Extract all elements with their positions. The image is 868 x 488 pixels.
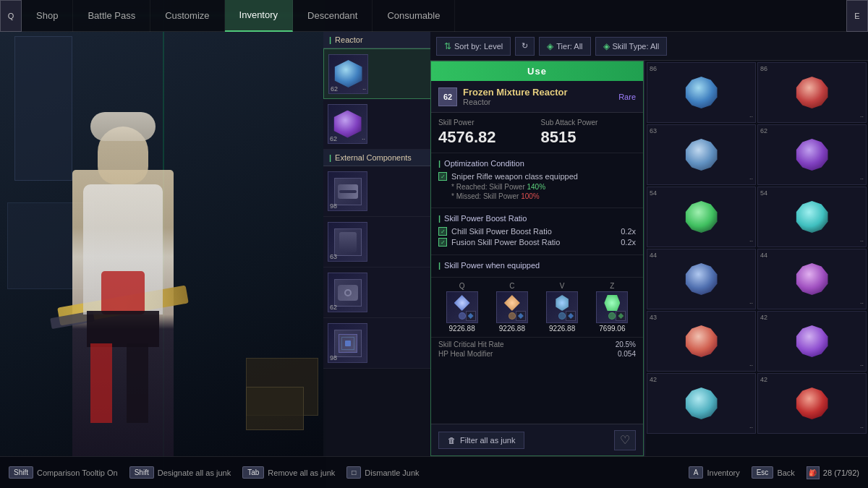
- favorite-button[interactable]: ♡: [614, 430, 636, 450]
- condition-row: Sniper Rifle weapon class equipped: [438, 172, 636, 181]
- extra-stat-1: Skill Critical Hit Rate 20.5%: [438, 341, 636, 348]
- external-item-4[interactable]: 98: [323, 318, 431, 369]
- condition-checkbox: [438, 172, 447, 181]
- skill-slot-z: Z 7699.06: [589, 282, 636, 333]
- skill-value-v: 9226.88: [549, 325, 575, 333]
- item-level-badge: 62: [438, 87, 457, 106]
- item-rarity: Rare: [618, 93, 636, 101]
- optimization-section: Optimization Condition Sniper Rifle weap…: [431, 153, 643, 208]
- nav-item-descendant[interactable]: Descendant: [293, 0, 373, 32]
- shortcut-label-designate: Designate all as junk: [158, 468, 231, 477]
- nav-item-customize[interactable]: Customize: [150, 0, 224, 32]
- nav-shortcut-right[interactable]: E: [846, 0, 868, 32]
- right-item-10[interactable]: 42 ··: [757, 311, 867, 372]
- skill-key-c: C: [509, 282, 514, 290]
- refresh-icon: ↻: [522, 41, 528, 51]
- shortcut-key-tab: Tab: [242, 466, 264, 479]
- external-item-1[interactable]: 98: [323, 166, 431, 217]
- heart-icon: ♡: [620, 433, 630, 447]
- external-item-3[interactable]: 62: [323, 267, 431, 318]
- skill-icon-c: [496, 291, 528, 323]
- sort-label: Sort by: Level: [454, 42, 503, 51]
- right-item-7[interactable]: 44 ··: [647, 249, 756, 309]
- right-item-5[interactable]: 54 ··: [647, 187, 756, 247]
- skill-sub-icon-z: [616, 311, 626, 321]
- external-icon-2: 63: [328, 222, 367, 262]
- inventory-left-panel: Reactor 62 ·· 62 ·· External Components …: [323, 32, 432, 456]
- skill-value-q: 9226.88: [449, 325, 475, 333]
- shortcut-key-esc: Esc: [752, 466, 774, 479]
- skill-value-c: 9226.88: [499, 325, 525, 333]
- shortcut-back: Esc Back: [752, 466, 795, 479]
- filter-junk-button[interactable]: 🗑 Filter all as junk: [438, 432, 524, 449]
- grip-icon: [334, 228, 362, 256]
- extra-stats-section: Skill Critical Hit Rate 20.5% HP Heal Mo…: [431, 337, 643, 364]
- tier-button[interactable]: ◈ Tier: All: [539, 37, 590, 56]
- boost-checkbox-1: [438, 227, 447, 236]
- shortcut-designate: Shift Designate all as junk: [129, 466, 231, 479]
- external-icon-4: 98: [328, 323, 367, 363]
- skill-type-label: Skill Type: All: [613, 42, 660, 51]
- skill-power-stat: Skill Power 4576.82: [438, 119, 534, 147]
- battery-icon: [334, 330, 362, 357]
- extra-stat-2: HP Heal Modifier 0.054: [438, 350, 636, 358]
- nav-shortcut-left[interactable]: Q: [0, 0, 22, 32]
- bottom-bar: Shift Comparison Tooltip On Shift Design…: [0, 456, 868, 488]
- sort-icon: ⇅: [444, 41, 451, 51]
- shortcut-label-remove: Remove all as junk: [268, 468, 335, 477]
- shortcut-key-shift-2: Shift: [129, 466, 154, 479]
- right-item-3[interactable]: 63 ··: [647, 124, 756, 185]
- right-item-8[interactable]: 44 ··: [757, 249, 867, 309]
- reached-label: * Reached: Skill Power 140%: [451, 183, 636, 191]
- right-item-12[interactable]: 42 ··: [757, 373, 867, 434]
- right-item-4[interactable]: 62 ··: [757, 124, 867, 185]
- sub-attack-stat: Sub Attack Power 8515: [541, 119, 637, 147]
- right-item-9[interactable]: 43 ··: [647, 311, 756, 372]
- sort-button[interactable]: ⇅ Sort by: Level: [436, 37, 511, 56]
- external-item-2[interactable]: 63: [323, 217, 431, 267]
- nav-item-consumable[interactable]: Consumable: [373, 0, 455, 32]
- right-item-2[interactable]: 86 ··: [757, 62, 867, 123]
- shortcut-label-inventory: Inventory: [707, 468, 739, 477]
- item-name: Frozen Mixture Reactor: [463, 87, 567, 98]
- shortcut-remove: Tab Remove all as junk: [242, 466, 335, 479]
- reactor-item-2[interactable]: 62 ··: [323, 99, 431, 150]
- nav-item-inventory[interactable]: Inventory: [225, 0, 293, 32]
- use-button[interactable]: Use: [431, 61, 643, 81]
- inventory-count: 🎒 28 (71/92): [807, 466, 859, 479]
- inventory-count-value: 28 (71/92): [823, 468, 859, 477]
- missed-value: 100%: [521, 192, 540, 200]
- skill-sub-icon-c: [516, 311, 526, 321]
- right-grid-panel: 86 ·· 86 ·· 63 ·· 62 ·· 54 ··: [645, 61, 868, 456]
- sub-attack-value: 8515: [541, 128, 637, 147]
- reactor-item-1[interactable]: 62 ··: [323, 48, 431, 99]
- reactor-item-2-icon: 62 ··: [328, 104, 367, 144]
- shortcut-label-back: Back: [777, 468, 794, 477]
- tier-label: Tier: All: [556, 42, 582, 51]
- nav-item-shop[interactable]: Shop: [22, 0, 73, 32]
- item-header: 62 Frozen Mixture Reactor Reactor Rare: [431, 81, 643, 113]
- skill-grid: Q 9226.88 C: [431, 278, 643, 337]
- shortcut-key-a: A: [689, 466, 704, 479]
- equipped-section: Skill Power when equipped: [431, 255, 643, 278]
- right-item-6[interactable]: 54 ··: [757, 187, 867, 247]
- skill-type-icon: ◈: [603, 41, 610, 51]
- boost-label-1: Chill Skill Power Boost Ratio: [451, 227, 552, 236]
- nav-item-battlepass[interactable]: Battle Pass: [73, 0, 150, 32]
- reactor-section-header: Reactor: [323, 32, 431, 48]
- right-item-11[interactable]: 42 ··: [647, 373, 756, 434]
- gem-blue: [335, 60, 362, 87]
- item-info: Frozen Mixture Reactor Reactor: [463, 87, 567, 106]
- filter-bar: ⇅ Sort by: Level ↻ ◈ Tier: All ◈ Skill T…: [430, 32, 868, 61]
- boost-title: Skill Power Boost Ratio: [438, 214, 636, 223]
- boost-value-1: 0.2x: [621, 227, 636, 236]
- skill-slot-q: Q 9226.88: [438, 282, 485, 333]
- barrel-icon: [334, 178, 362, 205]
- skill-value-z: 7699.06: [599, 325, 625, 333]
- skill-type-button[interactable]: ◈ Skill Type: All: [595, 37, 668, 56]
- refresh-button[interactable]: ↻: [515, 37, 535, 56]
- gem-purple: [334, 111, 362, 138]
- external-icon-1: 98: [328, 171, 367, 211]
- right-item-1[interactable]: 86 ··: [647, 62, 756, 123]
- background-area: [0, 0, 326, 488]
